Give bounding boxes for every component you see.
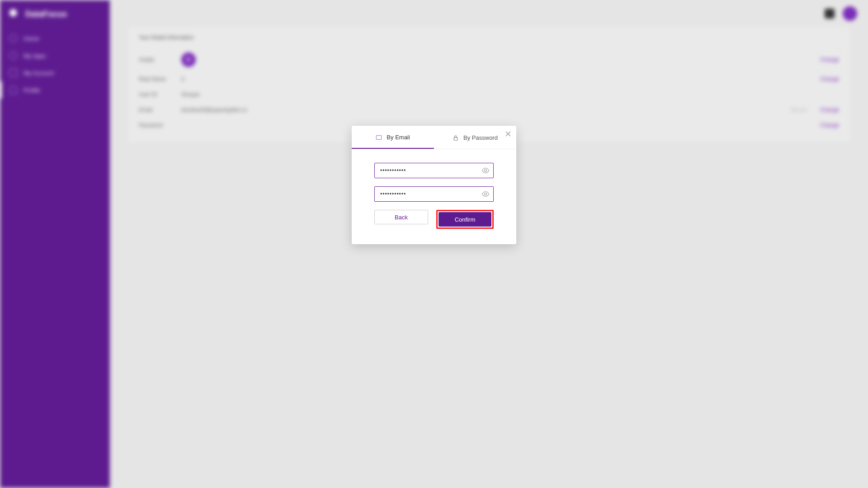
modal-overlay: By Email By Password (0, 0, 868, 488)
svg-point-3 (485, 193, 487, 195)
eye-icon[interactable] (481, 190, 490, 199)
new-password-field-wrap (374, 163, 494, 178)
password-modal: By Email By Password (352, 126, 516, 244)
tab-by-email[interactable]: By Email (352, 126, 434, 149)
confirm-password-field-wrap (374, 186, 494, 202)
tab-by-password[interactable]: By Password (434, 126, 516, 149)
confirm-highlight: Confirm (436, 210, 494, 229)
email-icon (376, 134, 382, 141)
back-button[interactable]: Back (374, 210, 428, 224)
svg-rect-0 (377, 135, 382, 139)
svg-point-2 (485, 170, 487, 172)
eye-icon[interactable] (481, 166, 490, 175)
close-icon[interactable] (505, 130, 512, 137)
tab-by-password-label: By Password (463, 134, 498, 141)
tab-by-email-label: By Email (387, 134, 410, 141)
lock-icon (453, 135, 459, 141)
confirm-button[interactable]: Confirm (439, 212, 491, 227)
svg-rect-1 (454, 137, 458, 140)
new-password-input[interactable] (374, 163, 494, 178)
modal-tabs: By Email By Password (352, 126, 516, 149)
confirm-password-input[interactable] (374, 186, 494, 202)
